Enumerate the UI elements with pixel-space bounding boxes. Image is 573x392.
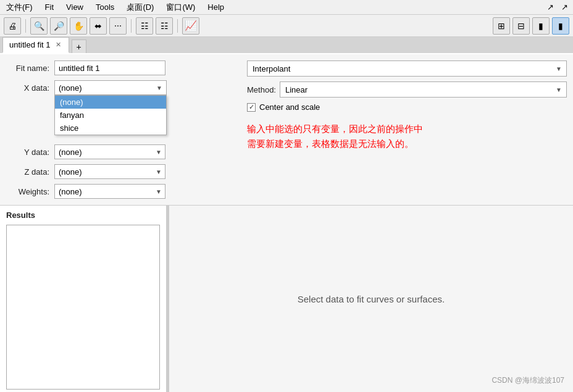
layout1-button[interactable]: ⊞ — [493, 17, 510, 35]
results-panel: Results — [0, 206, 167, 392]
main-content: Fit name: X data: (none) ▼ (none) fanyan — [0, 54, 573, 392]
tab-close-icon[interactable]: ✕ — [54, 41, 62, 49]
tab-label: untitled fit 1 — [9, 40, 51, 49]
pan-button[interactable]: ✋ — [70, 17, 87, 35]
bottom-panel: Results Select data to fit curves or sur… — [0, 206, 573, 392]
chart-button[interactable]: 📈 — [182, 17, 199, 35]
checkbox-label: Center and scale — [259, 102, 320, 112]
points-button[interactable]: ⋯ — [109, 17, 127, 35]
x-data-dropdown-list: (none) fanyan shice — [54, 95, 167, 135]
y-data-select[interactable]: (none) fanyan shice — [54, 144, 165, 159]
toolbar: 🖨 🔍 🔎 ✋ ⬌ ⋯ ☷ ☷ 📈 ⊞ ⊟ ▮ ▮ — [0, 15, 573, 37]
method-select-wrap: Linear Nearest Cubic ▼ — [280, 81, 567, 98]
layout2-button[interactable]: ⊟ — [512, 17, 530, 35]
x-data-label: X data: — [6, 83, 49, 93]
fit-name-row: Fit name: — [6, 60, 228, 75]
center-scale-checkbox[interactable]: ✓ — [247, 103, 256, 112]
data-view-panel: Select data to fit curves or surfaces. C… — [169, 206, 573, 392]
menu-window[interactable]: 窗口(W) — [162, 1, 199, 14]
tab-untitled-fit-1[interactable]: untitled fit 1 ✕ — [2, 37, 69, 53]
checkmark-icon: ✓ — [249, 103, 254, 111]
method-row: Method: Linear Nearest Cubic ▼ — [247, 81, 567, 98]
y-data-label: Y data: — [6, 148, 49, 157]
menu-tools[interactable]: Tools — [92, 1, 118, 13]
menu-help[interactable]: Help — [204, 1, 228, 13]
zoom-out-button[interactable]: 🔎 — [50, 17, 67, 35]
dropdown-item-fanyan[interactable]: fanyan — [55, 109, 166, 122]
x-data-dropdown-wrap: (none) ▼ (none) fanyan shice — [54, 80, 167, 95]
watermark-text: CSDN @海绵波波107 — [491, 375, 564, 386]
method-label: Method: — [247, 85, 276, 94]
toolbar-separator-3 — [177, 19, 178, 33]
minimize-icon[interactable]: ↗ — [545, 1, 556, 13]
toolbar-separator-2 — [131, 19, 132, 33]
annotation-block: 输入中能选的只有变量，因此之前的操作中 需要新建变量，表格数据是无法输入的。 — [247, 122, 567, 151]
menu-file[interactable]: 文件(F) — [2, 1, 36, 14]
checkbox-row: ✓ Center and scale — [247, 102, 567, 112]
fit-name-input[interactable] — [54, 60, 165, 75]
layout4-button[interactable]: ▮ — [552, 17, 569, 35]
interpolant-select[interactable]: Interpolant Polynomial Spline — [247, 60, 567, 77]
z-data-label: Z data: — [6, 167, 49, 177]
weights-select-wrap: (none) ▼ — [54, 184, 165, 199]
results-box — [6, 225, 160, 390]
weights-row: Weights: (none) ▼ — [6, 184, 228, 199]
annotation-line1: 输入中能选的只有变量，因此之前的操作中 — [247, 122, 567, 136]
menu-desktop[interactable]: 桌面(D) — [123, 1, 157, 14]
x-data-dropdown-arrow: ▼ — [156, 85, 162, 91]
form-panel: Fit name: X data: (none) ▼ (none) fanyan — [6, 60, 228, 199]
dropdown-item-shice[interactable]: shice — [55, 122, 166, 135]
data-view-placeholder: Select data to fit curves or surfaces. — [298, 294, 445, 304]
select-button[interactable]: ⬌ — [90, 17, 107, 35]
print-button[interactable]: 🖨 — [4, 17, 21, 35]
tab-bar: untitled fit 1 ✕ + — [0, 37, 573, 54]
method-select[interactable]: Linear Nearest Cubic — [280, 81, 567, 98]
fit-name-label: Fit name: — [6, 64, 49, 73]
z-data-select[interactable]: (none) fanyan shice — [54, 164, 165, 179]
weights-label: Weights: — [6, 187, 49, 196]
z-data-select-wrap: (none) fanyan shice ▼ — [54, 164, 165, 179]
zoom-in-button[interactable]: 🔍 — [30, 17, 48, 35]
grid-button[interactable]: ☷ — [136, 17, 153, 35]
x-data-selected: (none) — [59, 83, 82, 93]
x-data-dropdown-trigger[interactable]: (none) ▼ — [54, 80, 167, 95]
restore-icon[interactable]: ↗ — [559, 1, 571, 13]
results-label: Results — [0, 206, 166, 222]
menu-bar: 文件(F) Fit View Tools 桌面(D) 窗口(W) Help ↗ … — [0, 0, 573, 15]
dropdown-item-none[interactable]: (none) — [55, 96, 166, 109]
top-panel: Fit name: X data: (none) ▼ (none) fanyan — [0, 54, 573, 206]
right-panel: Interpolant Polynomial Spline ▼ Method: … — [235, 60, 567, 199]
table-button[interactable]: ☷ — [156, 17, 173, 35]
menu-fit[interactable]: Fit — [41, 1, 57, 13]
y-data-row: Y data: (none) fanyan shice ▼ — [6, 144, 228, 159]
interpolant-select-wrap: Interpolant Polynomial Spline ▼ — [247, 60, 567, 77]
annotation-line2: 需要新建变量，表格数据是无法输入的。 — [247, 136, 567, 151]
toolbar-separator-1 — [25, 19, 26, 33]
menu-view[interactable]: View — [62, 1, 87, 13]
layout3-button[interactable]: ▮ — [532, 17, 550, 35]
z-data-row: Z data: (none) fanyan shice ▼ — [6, 164, 228, 179]
tab-add-button[interactable]: + — [72, 40, 86, 53]
y-data-select-wrap: (none) fanyan shice ▼ — [54, 144, 165, 159]
x-data-row: X data: (none) ▼ (none) fanyan shice — [6, 80, 228, 95]
weights-select[interactable]: (none) — [54, 184, 165, 199]
